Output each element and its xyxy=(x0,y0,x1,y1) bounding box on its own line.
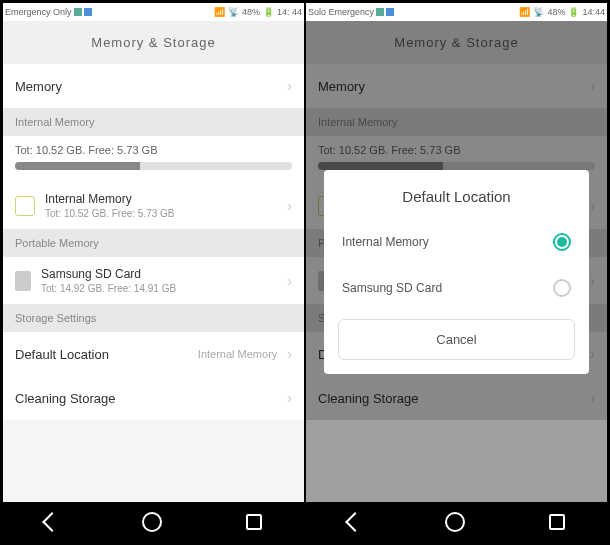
option-sd-card[interactable]: Samsung SD Card xyxy=(324,265,589,311)
radio-unselected-icon xyxy=(553,279,571,297)
time-text: 14:44 xyxy=(582,7,605,17)
cleaning-label: Cleaning Storage xyxy=(15,391,115,406)
status-bar: Emergency Only 📶 📡 48% 🔋 14: 44 xyxy=(3,3,304,21)
default-location-dialog: Default Location Internal Memory Samsung… xyxy=(324,170,589,374)
wifi-icon: 📡 xyxy=(228,7,239,17)
sd-card-icon xyxy=(15,271,31,291)
carrier-text: Emergency Only xyxy=(5,7,72,17)
nav-back-button[interactable] xyxy=(345,512,365,532)
memory-row[interactable]: Memory › xyxy=(3,64,304,108)
nav-bar xyxy=(3,502,304,542)
modal-overlay[interactable]: Default Location Internal Memory Samsung… xyxy=(306,21,607,502)
page-title: Memory & Storage xyxy=(3,21,304,64)
wifi-icon: 📡 xyxy=(533,7,544,17)
chip-icon xyxy=(15,196,35,216)
default-location-row[interactable]: Default Location Internal Memory › xyxy=(3,332,304,376)
status-icon xyxy=(74,8,82,16)
section-storage-settings: Storage Settings xyxy=(3,304,304,332)
chevron-right-icon: › xyxy=(287,198,292,214)
option-label: Internal Memory xyxy=(342,235,429,249)
left-screen: Emergency Only 📶 📡 48% 🔋 14: 44 Memory &… xyxy=(3,3,304,542)
carrier-text: Solo Emergency xyxy=(308,7,374,17)
status-icon xyxy=(376,8,384,16)
battery-text: 48% xyxy=(242,7,260,17)
nav-bar xyxy=(306,502,607,542)
option-internal-memory[interactable]: Internal Memory xyxy=(324,219,589,265)
chevron-right-icon: › xyxy=(287,273,292,289)
sd-sub: Tot: 14.92 GB. Free: 14.91 GB xyxy=(41,283,277,294)
internal-sub: Tot: 10.52 GB. Free: 5.73 GB xyxy=(45,208,277,219)
cancel-button[interactable]: Cancel xyxy=(338,319,575,360)
status-bar: Solo Emergency 📶 📡 48% 🔋 14:44 xyxy=(306,3,607,21)
time-text: 14: 44 xyxy=(277,7,302,17)
chevron-right-icon: › xyxy=(287,390,292,406)
chevron-right-icon: › xyxy=(287,78,292,94)
nav-recent-button[interactable] xyxy=(549,514,565,530)
sd-title: Samsung SD Card xyxy=(41,267,277,281)
section-portable: Portable Memory xyxy=(3,229,304,257)
sd-card-item[interactable]: Samsung SD Card Tot: 14.92 GB. Free: 14.… xyxy=(3,257,304,304)
status-icon xyxy=(386,8,394,16)
internal-memory-item[interactable]: Internal Memory Tot: 10.52 GB. Free: 5.7… xyxy=(3,182,304,229)
status-icon xyxy=(84,8,92,16)
chevron-right-icon: › xyxy=(287,346,292,362)
nav-home-button[interactable] xyxy=(142,512,162,532)
right-screen: Solo Emergency 📶 📡 48% 🔋 14:44 Memory & … xyxy=(306,3,607,542)
storage-summary-text: Tot: 10.52 GB. Free: 5.73 GB xyxy=(15,144,292,156)
memory-label: Memory xyxy=(15,79,62,94)
signal-icon: 📶 xyxy=(519,7,530,17)
battery-icon: 🔋 xyxy=(263,7,274,17)
dialog-title: Default Location xyxy=(324,170,589,219)
storage-summary: Tot: 10.52 GB. Free: 5.73 GB xyxy=(3,136,304,182)
signal-icon: 📶 xyxy=(214,7,225,17)
battery-icon: 🔋 xyxy=(568,7,579,17)
cleaning-storage-row[interactable]: Cleaning Storage › xyxy=(3,376,304,420)
battery-text: 48% xyxy=(547,7,565,17)
option-label: Samsung SD Card xyxy=(342,281,442,295)
internal-title: Internal Memory xyxy=(45,192,277,206)
section-internal: Internal Memory xyxy=(3,108,304,136)
nav-back-button[interactable] xyxy=(42,512,62,532)
nav-recent-button[interactable] xyxy=(246,514,262,530)
storage-progress xyxy=(15,162,292,170)
default-location-value: Internal Memory xyxy=(198,348,277,360)
nav-home-button[interactable] xyxy=(445,512,465,532)
progress-fill xyxy=(15,162,140,170)
radio-selected-icon xyxy=(553,233,571,251)
default-location-label: Default Location xyxy=(15,347,109,362)
